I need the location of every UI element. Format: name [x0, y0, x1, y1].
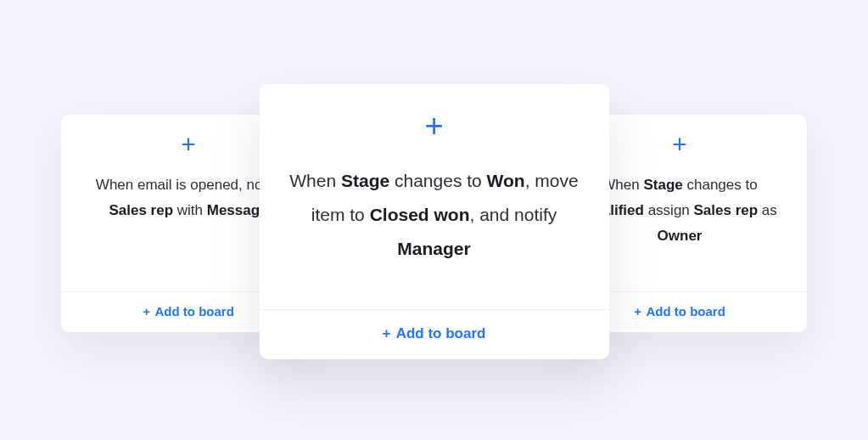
- plus-small-icon: +: [634, 304, 641, 319]
- add-to-board-button[interactable]: + Add to board: [383, 325, 486, 342]
- plus-small-icon: +: [383, 325, 391, 341]
- add-to-board-label: Add to board: [647, 304, 725, 319]
- add-to-board-label: Add to board: [396, 325, 486, 341]
- plus-icon: +: [672, 132, 687, 157]
- card-body: + When Stage changes to Won, move item t…: [260, 84, 609, 309]
- plus-small-icon: +: [143, 304, 150, 319]
- add-to-board-button[interactable]: + Add to board: [143, 304, 234, 319]
- add-to-board-button[interactable]: + Add to board: [634, 304, 725, 319]
- card-footer: + Add to board: [260, 309, 609, 359]
- automation-rule-text: When Stage changes to Won, move item to …: [285, 164, 584, 266]
- add-to-board-label: Add to board: [155, 304, 234, 319]
- plus-icon: +: [424, 110, 443, 142]
- automation-cards-carousel: + When email is opened, notify Sales rep…: [0, 76, 868, 364]
- automation-card-center[interactable]: + When Stage changes to Won, move item t…: [260, 84, 609, 359]
- plus-icon: +: [181, 132, 196, 157]
